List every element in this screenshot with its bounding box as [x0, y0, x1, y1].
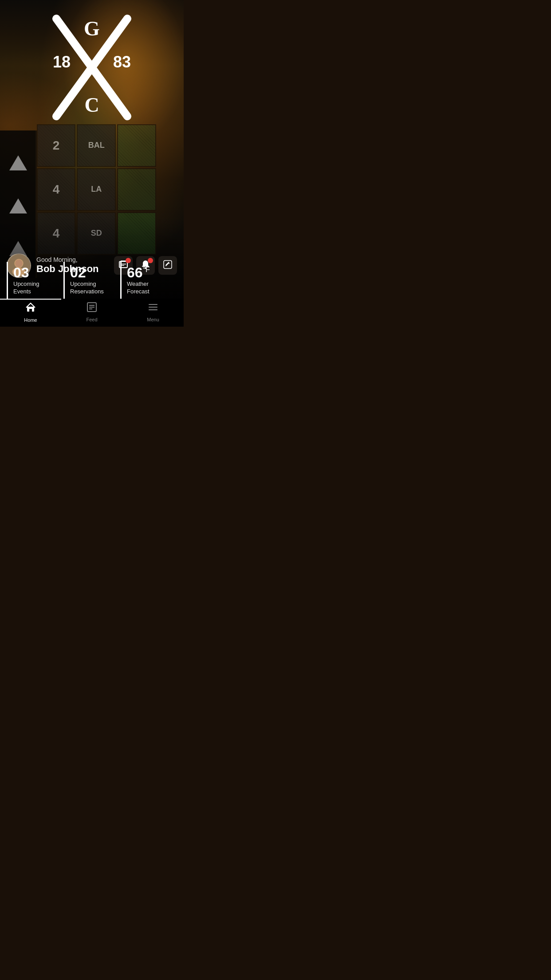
stat-weather[interactable]: 66°F Weather Forecast	[120, 262, 177, 299]
nav-home[interactable]: Home	[0, 299, 61, 327]
stats-section: 03 Upcoming Events 02 Upcoming Reservati…	[0, 262, 184, 299]
grid-cell-2: BAL	[77, 124, 116, 167]
svg-text:C: C	[84, 94, 99, 116]
logo-svg: G 18 83 C	[43, 10, 141, 125]
svg-text:G: G	[84, 17, 100, 40]
logo-container: G 18 83 C	[43, 10, 141, 125]
triangle-1	[9, 155, 27, 170]
svg-text:83: 83	[113, 53, 131, 71]
grid-cell-6	[117, 168, 156, 211]
grid-cell-4: 4	[37, 168, 76, 211]
grid-cell-5: LA	[77, 168, 116, 211]
menu-icon	[147, 301, 159, 316]
stat-events-label: Upcoming Events	[13, 281, 58, 296]
bottom-nav: Home Feed Menu	[0, 299, 184, 327]
stat-weather-number: 66°F	[127, 265, 172, 280]
stat-events-number: 03	[13, 265, 58, 280]
svg-text:18: 18	[53, 53, 71, 71]
stat-reservations-number: 02	[70, 265, 115, 280]
stat-reservations-label: Upcoming Reservations	[70, 281, 115, 296]
grid-cell-1: 2	[37, 124, 76, 167]
nav-menu-label: Menu	[147, 317, 159, 322]
triangle-2	[9, 198, 27, 213]
stat-upcoming-reservations[interactable]: 02 Upcoming Reservations	[63, 262, 120, 299]
nav-menu[interactable]: Menu	[122, 299, 184, 327]
app-container: 2 BAL 4 LA 4 SD G 18 83 C	[0, 0, 184, 327]
home-icon	[25, 302, 36, 316]
nav-home-label: Home	[24, 317, 37, 323]
nav-feed[interactable]: Feed	[61, 299, 122, 327]
nav-feed-label: Feed	[86, 317, 97, 322]
stat-weather-label: Weather Forecast	[127, 281, 172, 296]
stat-upcoming-events[interactable]: 03 Upcoming Events	[7, 262, 63, 299]
grid-cell-3	[117, 124, 156, 167]
feed-icon	[86, 301, 98, 316]
